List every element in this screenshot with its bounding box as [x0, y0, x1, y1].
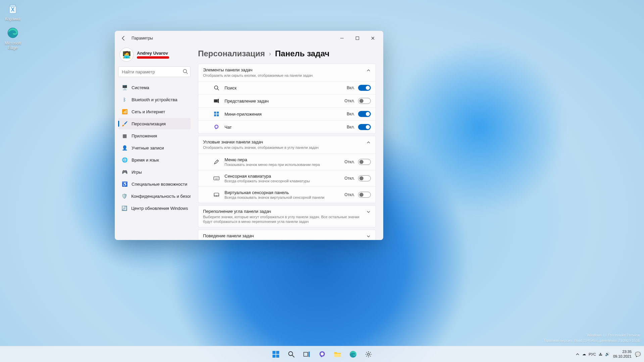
nav-accounts[interactable]: 👤Учетные записи [118, 142, 191, 154]
svg-rect-30 [276, 355, 279, 358]
toggle-search[interactable] [358, 85, 371, 91]
nav-gaming[interactable]: 🎮Игры [118, 166, 191, 178]
widgets-icon [213, 111, 220, 117]
svg-rect-37 [334, 354, 341, 357]
svg-rect-5 [356, 37, 359, 40]
nav-update[interactable]: 🔄Центр обновления Windows [118, 202, 191, 214]
nav-time[interactable]: 🌐Время и язык [118, 154, 191, 166]
tray-chevron-icon[interactable] [576, 352, 580, 356]
svg-line-7 [186, 72, 188, 74]
desktop-icon-recycle-bin[interactable]: Корзина [0, 2, 26, 21]
search-icon [213, 85, 220, 90]
apps-icon: ▦ [121, 133, 128, 139]
minimize-button[interactable] [334, 33, 350, 44]
section-taskbar-items: Элементы панели задач Отобразить или скр… [198, 64, 376, 134]
redacted-email [137, 56, 169, 59]
nav-apps[interactable]: ▦Приложения [118, 130, 191, 141]
gamepad-icon: 🎮 [121, 169, 128, 175]
svg-rect-11 [218, 99, 219, 103]
recycle-bin-icon [6, 2, 19, 15]
breadcrumb-parent[interactable]: Персонализация [198, 49, 265, 58]
svg-point-8 [214, 86, 218, 89]
svg-rect-14 [214, 114, 216, 116]
user-account[interactable]: 🧑‍💻 Andrey Uvarov [118, 46, 191, 65]
toggle-taskview[interactable] [358, 98, 371, 104]
system-tray: ☁ РУС 🖧 🔊 23:35 09.10.2021 💬 [576, 350, 644, 358]
close-button[interactable] [365, 33, 381, 44]
brush-icon: 🖌️ [121, 121, 128, 127]
row-touch-keyboard: Сенсорная клавиатураВсегда отображать зн… [198, 170, 376, 186]
nav-accessibility[interactable]: ♿Специальные возможности [118, 178, 191, 190]
svg-rect-12 [214, 112, 216, 114]
svg-line-9 [217, 89, 219, 90]
toggle-pen[interactable] [358, 159, 371, 165]
avatar: 🧑‍💻 [119, 48, 134, 62]
taskbar-taskview-button[interactable] [300, 348, 313, 361]
accessibility-icon: ♿ [121, 181, 128, 187]
svg-rect-27 [273, 351, 276, 354]
chevron-down-icon [366, 234, 371, 239]
toggle-widgets[interactable] [358, 111, 371, 117]
search-box[interactable] [118, 66, 191, 77]
watermark: Windows 11 Pro Insider Preview Пробная в… [544, 333, 640, 343]
chevron-up-icon [366, 140, 371, 145]
taskbar-search-button[interactable] [285, 348, 298, 361]
desktop-icon-label: Корзина [0, 17, 26, 21]
titlebar: Параметры [115, 31, 383, 46]
row-pen: Меню пераПоказывать значок меню пера при… [198, 154, 376, 170]
nav-system[interactable]: 🖥️Система [118, 82, 191, 93]
svg-rect-13 [217, 112, 219, 114]
search-icon [183, 69, 188, 74]
globe-icon: 🌐 [121, 157, 128, 163]
maximize-button[interactable] [350, 33, 365, 44]
desktop-icon-label: Microsoft Edge [0, 41, 26, 50]
taskbar-center [269, 348, 375, 361]
touchpad-icon [213, 192, 220, 197]
chevron-down-icon [366, 209, 371, 214]
nav-bluetooth[interactable]: ᛒBluetooth и устройства [118, 94, 191, 105]
section-behavior[interactable]: Поведение панели задач Выравнивание пане… [198, 230, 376, 240]
section-corner-icons: Угловые значки панели задач Отобразить и… [198, 136, 376, 203]
svg-point-17 [215, 126, 218, 128]
taskbar-edge-button[interactable] [346, 348, 360, 361]
sidebar: 🧑‍💻 Andrey Uvarov 🖥️Система ᛒBluetooth и… [115, 46, 194, 240]
nav-privacy[interactable]: 🛡️Конфиденциальность и безопасность [118, 190, 191, 202]
section-header[interactable]: Элементы панели задач Отобразить или скр… [198, 64, 376, 81]
user-name: Andrey Uvarov [137, 51, 169, 56]
svg-line-32 [292, 355, 294, 357]
toggle-touch-keyboard[interactable] [358, 175, 371, 181]
notifications-icon[interactable]: 💬 [635, 352, 641, 357]
toggle-chat[interactable] [358, 124, 371, 130]
volume-icon[interactable]: 🔊 [605, 352, 610, 356]
section-overflow[interactable]: Переполнение угла панели задач Выберите … [198, 205, 376, 228]
taskbar-chat-button[interactable] [315, 348, 329, 361]
svg-rect-33 [304, 352, 308, 356]
onedrive-icon[interactable]: ☁ [582, 352, 586, 356]
taskbar-settings-button[interactable] [362, 348, 375, 361]
toggle-touchpad[interactable] [358, 192, 371, 198]
desktop-icon-edge[interactable]: Microsoft Edge [0, 26, 26, 50]
taskview-icon [213, 99, 220, 103]
clock[interactable]: 23:35 09.10.2021 [613, 350, 632, 358]
row-taskview: Представление задач Откл. [198, 94, 376, 107]
taskbar-explorer-button[interactable] [331, 348, 344, 361]
breadcrumb: Персонализация › Панель задач [198, 46, 376, 64]
language-indicator[interactable]: РУС [589, 352, 596, 356]
chat-icon [213, 124, 220, 130]
shield-icon: 🛡️ [121, 193, 127, 199]
chevron-up-icon [366, 68, 371, 73]
svg-rect-29 [273, 355, 276, 358]
svg-point-31 [289, 352, 293, 356]
update-icon: 🔄 [121, 205, 127, 211]
network-icon[interactable]: 🖧 [599, 352, 602, 356]
search-input[interactable] [118, 66, 191, 77]
nav-personalization[interactable]: 🖌️Персонализация [118, 118, 191, 129]
svg-point-36 [320, 352, 324, 355]
start-button[interactable] [269, 348, 283, 361]
back-button[interactable] [117, 32, 130, 44]
svg-rect-1 [10, 5, 15, 6]
page-title: Панель задач [275, 49, 330, 58]
row-touchpad: Виртуальная сенсорная панельВсегда показ… [198, 186, 376, 203]
nav-network[interactable]: 📶Сеть и Интернет [118, 106, 191, 117]
section-header[interactable]: Угловые значки панели задач Отобразить и… [198, 136, 376, 153]
